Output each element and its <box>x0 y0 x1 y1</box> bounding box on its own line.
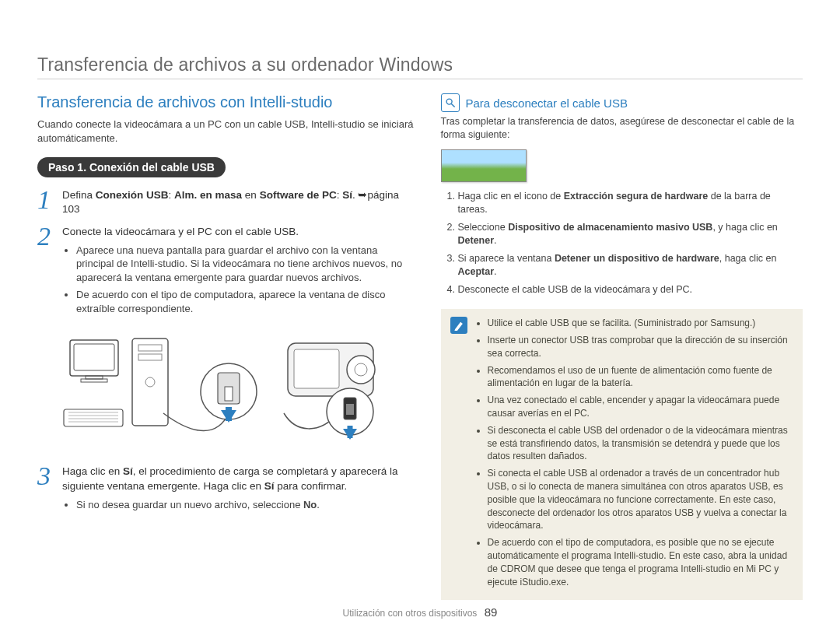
step-number-2: 2 <box>37 225 54 249</box>
disconnect-steps: Haga clic en el icono de Extracción segu… <box>441 190 803 297</box>
svg-point-27 <box>446 99 452 104</box>
svg-rect-19 <box>294 349 339 388</box>
section-title-intelli-studio: Transferencia de archivos con Intelli-st… <box>37 93 415 111</box>
svg-point-20 <box>347 356 375 384</box>
svg-rect-26 <box>348 426 353 438</box>
note-3: Recomendamos el uso de un fuente de alim… <box>488 364 793 391</box>
step-3-bullets: Si no desea guardar un nuevo archivo, se… <box>63 498 415 512</box>
step-3-body: Haga clic en Sí, el procedimiento de car… <box>62 465 415 516</box>
svg-point-12 <box>145 377 155 387</box>
header-divider <box>37 79 803 79</box>
note-bullets: Utilice el cable USB que se facilita. (S… <box>475 317 793 592</box>
footer-text: Utilización con otros dispositivos <box>343 608 478 619</box>
note-1: Utilice el cable USB que se facilita. (S… <box>488 317 793 330</box>
page-number: 89 <box>485 605 498 619</box>
left-column: Transferencia de archivos con Intelli-st… <box>37 93 415 601</box>
note-2: Inserte un conector USB tras comprobar q… <box>488 334 793 360</box>
note-icon <box>450 317 467 334</box>
svg-rect-9 <box>132 339 168 426</box>
note-5: Si desconecta el cable USB del ordenador… <box>488 424 793 463</box>
connection-diagram <box>62 335 389 446</box>
svg-rect-4 <box>64 409 123 426</box>
magnifier-icon <box>441 93 460 112</box>
step-2-bullet-2: De acuerdo con el tipo de computadora, a… <box>76 288 415 315</box>
note-7: De acuerdo con el tipo de computadora, e… <box>488 536 793 588</box>
disconnect-step-2: Seleccione Dispositivo de almacenamiento… <box>458 221 803 248</box>
svg-rect-1 <box>74 344 114 370</box>
taskbar-thumbnail <box>441 149 527 182</box>
note-box: Utilice el cable USB que se facilita. (S… <box>441 309 803 600</box>
intro-paragraph: Cuando conecte la videocámara a un PC co… <box>37 118 415 145</box>
note-4: Una vez conectado el cable, encender y a… <box>488 394 793 420</box>
disconnect-step-3: Si aparece la ventana Detener un disposi… <box>458 252 803 279</box>
svg-rect-17 <box>226 407 232 421</box>
step-1-body: Defina Conexión USB: Alm. en masa en Sof… <box>62 188 415 216</box>
step-3-bullet-1: Si no desea guardar un nuevo archivo, se… <box>76 498 415 512</box>
note-6: Si conecta el cable USB al ordenador a t… <box>488 467 793 532</box>
disconnect-step-4: Desconecte el cable USB de la videocámar… <box>458 283 803 297</box>
svg-rect-15 <box>225 387 233 401</box>
svg-line-28 <box>451 103 454 107</box>
disconnect-header: Para desconectar el cable USB <box>441 93 803 112</box>
step-1-pill: Paso 1. Conexión del cable USB <box>37 157 226 177</box>
step-2-body: Conecte la videocámara y el PC con el ca… <box>62 225 415 321</box>
step-number-1: 1 <box>37 188 54 212</box>
step-3: 3 Haga clic en Sí, el procedimiento de c… <box>37 465 415 516</box>
svg-rect-11 <box>138 354 162 360</box>
page-title: Transferencia de archivos a su ordenador… <box>37 54 803 75</box>
disconnect-intro: Tras completar la transferencia de datos… <box>441 115 803 142</box>
svg-rect-24 <box>346 404 354 415</box>
section-title-disconnect: Para desconectar el cable USB <box>466 96 628 110</box>
page-footer: Utilización con otros dispositivos 89 <box>37 601 803 619</box>
right-column: Para desconectar el cable USB Tras compl… <box>441 93 803 601</box>
disconnect-step-1: Haga clic en el icono de Extracción segu… <box>458 190 803 217</box>
svg-rect-3 <box>81 379 107 382</box>
step-2-bullets: Aparece una nueva pantalla para guardar … <box>63 244 415 316</box>
svg-rect-10 <box>138 345 162 351</box>
step-1: 1 Defina Conexión USB: Alm. en masa en S… <box>37 188 415 216</box>
step-2-bullet-1: Aparece una nueva pantalla para guardar … <box>76 244 415 285</box>
step-number-3: 3 <box>37 465 54 489</box>
step-2: 2 Conecte la videocámara y el PC con el … <box>37 225 415 321</box>
